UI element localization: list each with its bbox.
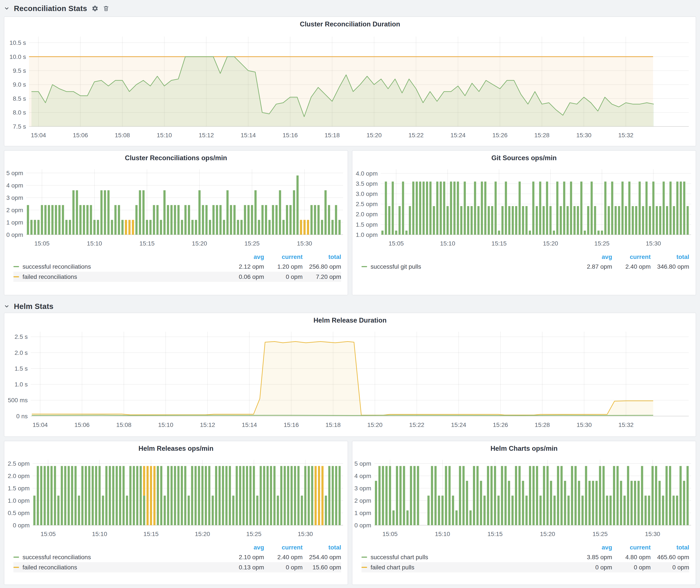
svg-text:15:05: 15:05: [40, 531, 56, 537]
panel-title[interactable]: Cluster Reconciliations ops/min: [4, 151, 348, 163]
svg-text:15:30: 15:30: [645, 531, 660, 537]
panel-title[interactable]: Git Sources ops/min: [352, 151, 696, 163]
svg-text:15:25: 15:25: [244, 240, 260, 247]
svg-text:0 opm: 0 opm: [354, 522, 371, 529]
legend-series-label[interactable]: failed reconciliations: [13, 564, 226, 571]
legend-table: avgcurrenttotalsuccessful reconciliation…: [4, 252, 348, 282]
svg-text:15:14: 15:14: [241, 132, 256, 139]
svg-text:10.0 s: 10.0 s: [10, 53, 26, 60]
panel-title[interactable]: Helm Charts ops/min: [352, 441, 696, 453]
legend-stat-value: 0.06 opm: [226, 273, 264, 280]
svg-text:15:10: 15:10: [87, 240, 102, 247]
legend-series-label[interactable]: failed chart pulls: [361, 564, 574, 571]
legend-series-label[interactable]: successful reconciliations: [13, 263, 226, 270]
legend-column-current[interactable]: current: [264, 544, 303, 551]
legend-column-avg[interactable]: avg: [226, 544, 264, 551]
legend-table: avgcurrenttotalsuccessful chart pulls3.8…: [352, 543, 696, 572]
panel-helm-charts-opm: Helm Charts ops/min 0 opm1 opm2 opm3 opm…: [352, 441, 696, 585]
svg-text:15:20: 15:20: [367, 422, 382, 428]
svg-text:15:10: 15:10: [435, 531, 450, 537]
chevron-down-icon[interactable]: [4, 304, 10, 309]
svg-text:15:05: 15:05: [389, 240, 404, 247]
legend-stat-value: 2.87 opm: [574, 263, 612, 270]
svg-text:15:20: 15:20: [540, 531, 555, 537]
section-header-reconciliation-stats[interactable]: Reconciliation Stats: [4, 2, 696, 15]
legend-series-swatch: [13, 266, 19, 267]
svg-text:15:15: 15:15: [492, 240, 507, 247]
legend-column-total[interactable]: total: [651, 544, 689, 551]
legend-column-current[interactable]: current: [264, 254, 303, 260]
legend-stat-value: 465.60 opm: [651, 554, 689, 561]
svg-text:15:12: 15:12: [200, 422, 215, 428]
gear-icon[interactable]: [92, 5, 98, 12]
legend-stat-value: 256.80 opm: [303, 263, 341, 270]
legend-column-current[interactable]: current: [612, 544, 651, 551]
cluster-reconciliations-chart[interactable]: 0 opm1 opm2 opm3 opm4 opm5 opm15:0515:10…: [5, 163, 347, 249]
svg-text:15:04: 15:04: [31, 132, 46, 139]
legend-series-label[interactable]: failed reconciliations: [13, 273, 226, 280]
svg-text:1 opm: 1 opm: [6, 219, 23, 226]
svg-text:15:08: 15:08: [115, 132, 130, 139]
panel-cluster-reconciliation-duration: Cluster Reconciliation Duration 7.5 s8.0…: [4, 16, 696, 146]
legend-stat-value: 2.40 opm: [612, 263, 651, 270]
legend-stat-value: 4.80 opm: [612, 554, 651, 561]
section-header-helm-stats[interactable]: Helm Stats: [4, 300, 696, 313]
legend-series-swatch: [361, 567, 367, 568]
legend-stat-value: 0.13 opm: [226, 564, 264, 571]
panel-title[interactable]: Helm Releases ops/min: [4, 441, 348, 453]
svg-text:15:14: 15:14: [242, 422, 257, 428]
svg-text:2 opm: 2 opm: [6, 207, 23, 213]
legend-column-total[interactable]: total: [303, 544, 341, 551]
svg-text:1.0 opm: 1.0 opm: [8, 497, 30, 504]
svg-text:15:16: 15:16: [283, 132, 298, 139]
svg-text:15:20: 15:20: [366, 132, 382, 139]
svg-text:3 opm: 3 opm: [354, 485, 371, 492]
legend-series-swatch: [361, 557, 367, 558]
legend-series-label[interactable]: successful reconciliations: [13, 554, 226, 561]
legend-row: failed reconciliations0.06 opm0 opm7.20 …: [13, 272, 341, 282]
legend-column-avg[interactable]: avg: [574, 254, 612, 260]
svg-text:15:16: 15:16: [284, 422, 299, 428]
svg-text:15:20: 15:20: [192, 240, 207, 247]
trash-icon[interactable]: [103, 5, 109, 12]
legend-header-row: avgcurrenttotal: [13, 252, 341, 262]
svg-text:15:26: 15:26: [493, 422, 508, 428]
panel-title[interactable]: Cluster Reconciliation Duration: [4, 17, 696, 29]
svg-text:2.5 opm: 2.5 opm: [8, 460, 30, 467]
legend-stat-value: 0 opm: [264, 564, 303, 571]
svg-text:0 opm: 0 opm: [6, 231, 23, 238]
svg-text:15:05: 15:05: [34, 240, 50, 247]
legend-stat-value: 346.80 opm: [651, 263, 689, 270]
svg-text:1 opm: 1 opm: [354, 510, 371, 516]
svg-text:15:20: 15:20: [543, 240, 558, 247]
legend-header-row: avgcurrenttotal: [361, 543, 689, 552]
svg-text:1.5 opm: 1.5 opm: [356, 221, 378, 228]
svg-text:1.0 s: 1.0 s: [15, 381, 28, 388]
git-sources-chart[interactable]: 1.0 opm1.5 opm2.0 opm2.5 opm3.0 opm3.5 o…: [353, 163, 695, 249]
legend-series-label[interactable]: successful chart pulls: [361, 554, 574, 561]
svg-text:15:25: 15:25: [246, 531, 261, 537]
svg-text:1.0 opm: 1.0 opm: [356, 231, 378, 238]
legend-series-label[interactable]: successful git pulls: [361, 263, 574, 270]
helm-release-duration-chart[interactable]: 0 ns500 ms1.0 s1.5 s2.0 s2.5 s15:0415:06…: [5, 325, 695, 435]
svg-text:15:15: 15:15: [487, 531, 503, 537]
helm-charts-chart[interactable]: 0 opm1 opm2 opm3 opm4 opm5 opm15:0515:10…: [353, 453, 695, 540]
svg-text:15:30: 15:30: [297, 240, 312, 247]
cluster-reconciliation-duration-chart[interactable]: 7.5 s8.0 s8.5 s9.0 s9.5 s10.0 s10.5 s15:…: [5, 29, 695, 145]
svg-text:15:10: 15:10: [158, 422, 173, 428]
legend-column-total[interactable]: total: [303, 254, 341, 260]
svg-text:15:22: 15:22: [409, 422, 424, 428]
legend-stat-value: 254.40 opm: [303, 554, 341, 561]
legend-column-avg[interactable]: avg: [574, 544, 612, 551]
helm-releases-chart[interactable]: 0 opm0.5 opm1.0 opm1.5 opm2.0 opm2.5 opm…: [5, 453, 347, 540]
legend-column-avg[interactable]: avg: [226, 254, 264, 260]
legend-series-swatch: [13, 557, 19, 558]
panel-title[interactable]: Helm Release Duration: [4, 313, 696, 325]
legend-column-total[interactable]: total: [651, 254, 689, 260]
svg-text:15:24: 15:24: [451, 422, 466, 428]
legend-header-row: avgcurrenttotal: [361, 252, 689, 262]
legend-column-current[interactable]: current: [612, 254, 651, 260]
chevron-down-icon[interactable]: [4, 6, 10, 11]
legend-stat-value: 3.85 opm: [574, 554, 612, 561]
panel-helm-releases-opm: Helm Releases ops/min 0 opm0.5 opm1.0 op…: [4, 441, 348, 585]
